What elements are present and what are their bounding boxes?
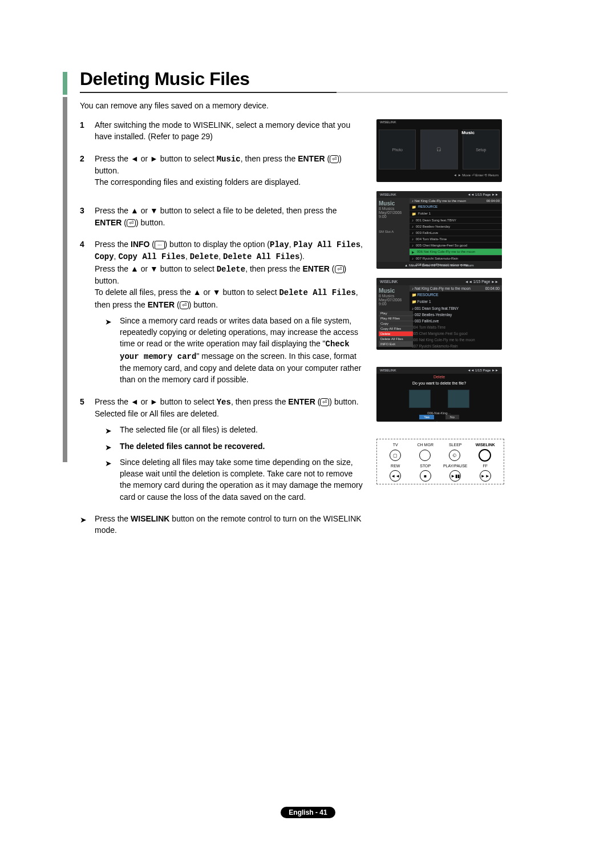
step-5-note-3: ➤ Since deleting all files may take some… <box>95 456 365 503</box>
step-1-text: After switching the mode to WISELINK, se… <box>95 120 350 141</box>
track-list: ♪ Nat King Cole-Fly me to the moon00:04:… <box>410 198 502 262</box>
step-5-note-1: ➤ The selected file (or all files) is de… <box>95 424 365 435</box>
screenshot-delete-confirm: WISELINK ◄◄ 1/15 Page ►► Delete Do you w… <box>376 367 502 422</box>
info-icon: ··· <box>155 241 165 249</box>
step-3: Press the ▲ or ▼ button to select a file… <box>80 205 365 228</box>
step-5: Press the ◄ or ► button to select Yes, t… <box>80 396 365 503</box>
page-title: Deleting Music Files <box>80 68 565 90</box>
enter-icon: ⏎ <box>335 265 344 273</box>
screenshot-music-list: WISELINK ◄◄ 1/15 Page ►► Music 8 Musics … <box>376 191 502 269</box>
screenshot-music-menu: WISELINK ◄◄ 1/15 Page ►► Music 8 Musics … <box>376 278 502 350</box>
context-menu: Play Play All Files Copy Copy All Files … <box>379 311 413 347</box>
accent-bar <box>63 97 67 462</box>
divider <box>80 92 508 93</box>
step-5-note-2: ➤ The deleted files cannot be recovered. <box>95 440 365 452</box>
enter-icon: ⏎ <box>330 155 339 163</box>
note-icon: ➤ <box>105 442 112 453</box>
enter-icon: ⏎ <box>180 301 189 309</box>
ff-button: ►► <box>480 470 491 482</box>
page-footer: English - 41 <box>0 807 616 818</box>
stop-button: ■ <box>420 470 431 482</box>
playpause-button: ►▮▮ <box>449 470 461 482</box>
enter-icon: ⏎ <box>320 398 329 406</box>
tv-button: ▢ <box>390 450 401 461</box>
note-icon: ➤ <box>105 458 112 469</box>
btn-no: No <box>445 415 459 419</box>
accent-bar-top <box>63 72 67 95</box>
sleep-button: ⏲ <box>449 450 460 461</box>
remote-diagram: TV CH MGR SLEEP WISELINK ▢ ⏲ REW STOP PL… <box>376 439 504 484</box>
step-2: Press the ◄ or ► button to select Music,… <box>80 153 365 188</box>
rew-button: ◄◄ <box>390 470 401 482</box>
step-1: After switching the mode to WISELINK, se… <box>80 119 365 143</box>
panel-photo: Photo <box>379 130 416 169</box>
intro-text: You can remove any files saved on a memo… <box>80 101 565 110</box>
note-icon: ➤ <box>105 316 112 327</box>
panel-music: 🎧 <box>420 130 457 169</box>
chmgr-button <box>419 450 431 461</box>
step-4: Press the INFO (···) button to display t… <box>80 238 365 386</box>
note-icon: ➤ <box>105 425 112 436</box>
btn-yes: Yes <box>419 415 434 419</box>
step-4-note: ➤ Since a memory card reads or writes da… <box>95 315 365 386</box>
file-thumb <box>409 390 431 408</box>
trash-icon <box>448 390 469 408</box>
enter-icon: ⏎ <box>127 219 136 227</box>
panel-setup: Setup <box>463 130 500 169</box>
note-icon: ➤ <box>80 514 87 525</box>
screenshot-wiselink-home: WISELINK Music Photo 🎧 Setup ◄ ► Move ⏎ … <box>376 119 502 182</box>
final-note: ➤ Press the WISELINK button on the remot… <box>80 513 365 536</box>
wiselink-button <box>479 449 491 462</box>
